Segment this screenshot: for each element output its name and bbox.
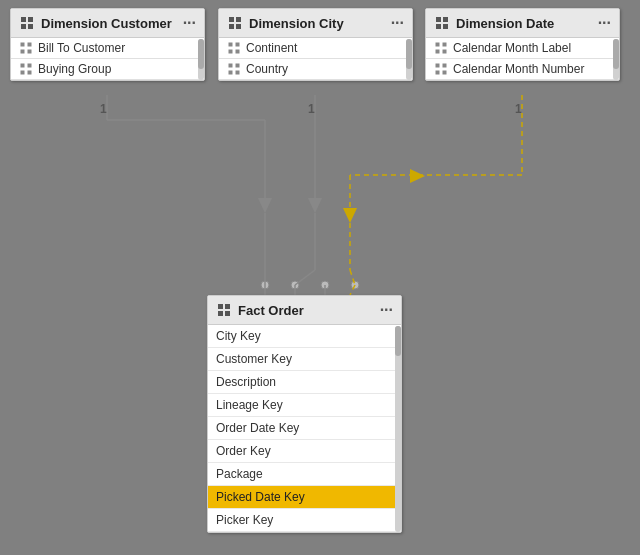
row-grid-icon	[19, 62, 33, 76]
table-row: Country	[219, 59, 412, 80]
scroll-bar[interactable]	[613, 39, 619, 80]
row-grid-icon	[19, 41, 33, 55]
dimension-city-title: Dimension City	[249, 16, 387, 31]
row-label: Calendar Month Number	[453, 62, 584, 76]
fact-row-label: Order Date Key	[216, 421, 299, 435]
svg-rect-51	[236, 71, 240, 75]
svg-rect-59	[443, 50, 447, 54]
svg-rect-28	[21, 17, 26, 22]
fact-order-menu[interactable]: ···	[376, 301, 393, 319]
svg-rect-30	[21, 24, 26, 29]
dimension-customer-menu[interactable]: ···	[179, 14, 196, 32]
fact-order-title: Fact Order	[238, 303, 376, 318]
scroll-thumb	[198, 39, 204, 69]
dimension-date-title: Dimension Date	[456, 16, 594, 31]
fact-row: Order Key	[208, 440, 401, 463]
fact-row: Order Date Key	[208, 417, 401, 440]
table-row: Continent	[219, 38, 412, 59]
fact-row-label: Picked Date Key	[216, 490, 305, 504]
table-grid-icon	[19, 15, 35, 31]
svg-rect-54	[436, 24, 441, 29]
table-row: Calendar Month Number	[426, 59, 619, 80]
svg-rect-42	[229, 24, 234, 29]
svg-rect-46	[229, 50, 233, 54]
table-grid-icon	[227, 15, 243, 31]
row-label: Continent	[246, 41, 297, 55]
svg-point-15	[291, 281, 299, 289]
svg-rect-58	[436, 50, 440, 54]
svg-point-17	[351, 281, 359, 289]
svg-rect-61	[443, 64, 447, 68]
svg-rect-44	[229, 43, 233, 47]
svg-text:1: 1	[100, 102, 107, 116]
svg-marker-6	[308, 198, 322, 213]
fact-row-label: Order Key	[216, 444, 271, 458]
svg-point-14	[261, 281, 269, 289]
fact-row: Lineage Key	[208, 394, 401, 417]
fact-row: City Key	[208, 325, 401, 348]
svg-line-27	[350, 270, 355, 285]
dimension-date-header: Dimension Date ···	[426, 9, 619, 38]
fact-order-card: Fact Order ··· City Key Customer Key Des…	[207, 295, 402, 533]
scroll-thumb	[613, 39, 619, 69]
scroll-bar[interactable]	[198, 39, 204, 80]
svg-rect-47	[236, 50, 240, 54]
fact-row: Customer Key	[208, 348, 401, 371]
fact-row-highlighted: Picked Date Key	[208, 486, 401, 509]
table-row: Calendar Month Label	[426, 38, 619, 59]
svg-rect-45	[236, 43, 240, 47]
row-grid-icon	[227, 62, 241, 76]
diagram-area: 1 1 1	[0, 0, 640, 555]
fact-row-label: Customer Key	[216, 352, 292, 366]
fact-row: Package	[208, 463, 401, 486]
svg-rect-33	[28, 43, 32, 47]
row-label: Country	[246, 62, 288, 76]
svg-rect-31	[28, 24, 33, 29]
dimension-customer-title: Dimension Customer	[41, 16, 179, 31]
svg-rect-57	[443, 43, 447, 47]
svg-line-21	[350, 285, 355, 295]
dimension-customer-header: Dimension Customer ···	[11, 9, 204, 38]
dimension-city-menu[interactable]: ···	[387, 14, 404, 32]
row-label: Buying Group	[38, 62, 111, 76]
svg-rect-65	[225, 304, 230, 309]
scroll-bar[interactable]	[395, 326, 401, 532]
svg-rect-32	[21, 43, 25, 47]
dimension-city-header: Dimension City ···	[219, 9, 412, 38]
row-grid-icon	[434, 62, 448, 76]
svg-rect-43	[236, 24, 241, 29]
row-grid-icon	[227, 41, 241, 55]
svg-rect-66	[218, 311, 223, 316]
svg-rect-29	[28, 17, 33, 22]
svg-rect-40	[229, 17, 234, 22]
svg-rect-41	[236, 17, 241, 22]
svg-rect-60	[436, 64, 440, 68]
table-row: Buying Group	[11, 59, 204, 80]
svg-marker-11	[343, 208, 357, 223]
scroll-thumb	[406, 39, 412, 69]
svg-text:1: 1	[515, 102, 522, 116]
svg-rect-67	[225, 311, 230, 316]
svg-rect-64	[218, 304, 223, 309]
svg-rect-48	[229, 64, 233, 68]
svg-rect-36	[21, 64, 25, 68]
svg-rect-35	[28, 50, 32, 54]
row-label: Calendar Month Label	[453, 41, 571, 55]
svg-rect-53	[443, 17, 448, 22]
svg-point-16	[321, 281, 329, 289]
fact-order-header: Fact Order ···	[208, 296, 401, 325]
svg-rect-49	[236, 64, 240, 68]
svg-rect-55	[443, 24, 448, 29]
svg-text:1: 1	[308, 102, 315, 116]
table-row: Bill To Customer	[11, 38, 204, 59]
dimension-date-menu[interactable]: ···	[594, 14, 611, 32]
fact-row-label: Lineage Key	[216, 398, 283, 412]
svg-rect-39	[28, 71, 32, 75]
svg-marker-3	[258, 198, 272, 213]
scroll-bar[interactable]	[406, 39, 412, 80]
svg-rect-37	[28, 64, 32, 68]
table-grid-icon	[216, 302, 232, 318]
dimension-date-card: Dimension Date ··· Calendar Month Label …	[425, 8, 620, 81]
fact-row-label: Package	[216, 467, 263, 481]
svg-rect-56	[436, 43, 440, 47]
